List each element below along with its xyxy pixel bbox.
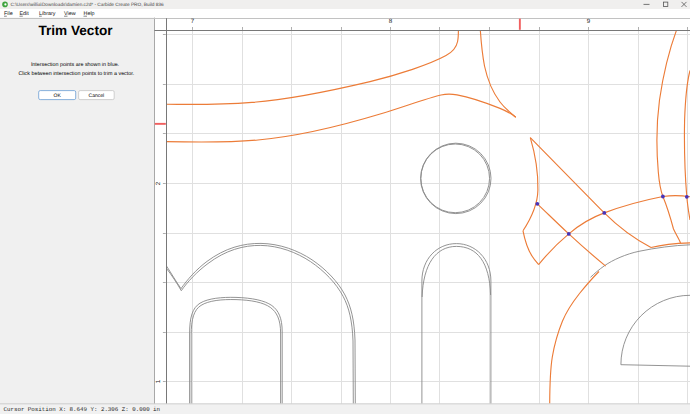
svg-text:Click between intersection poi: Click between intersection points to tri… [18, 71, 134, 77]
svg-text:9: 9 [587, 18, 591, 25]
svg-text:C:\Users\willia\Downloads\dami: C:\Users\willia\Downloads\damien.c2d* - … [11, 2, 164, 8]
svg-text:Cancel: Cancel [89, 93, 105, 99]
svg-text:Cursor Position X: 8.649 Y: 2.: Cursor Position X: 8.649 Y: 2.306 Z: 0.0… [4, 406, 161, 413]
svg-text:Trim Vector: Trim Vector [38, 23, 113, 38]
svg-text:1: 1 [155, 379, 162, 383]
svg-text:2: 2 [155, 181, 162, 185]
svg-text:7: 7 [191, 18, 195, 25]
svg-text:8: 8 [389, 18, 393, 25]
svg-text:OK: OK [54, 93, 62, 99]
svg-text:Intersection points are shown: Intersection points are shown in blue. [31, 62, 119, 68]
